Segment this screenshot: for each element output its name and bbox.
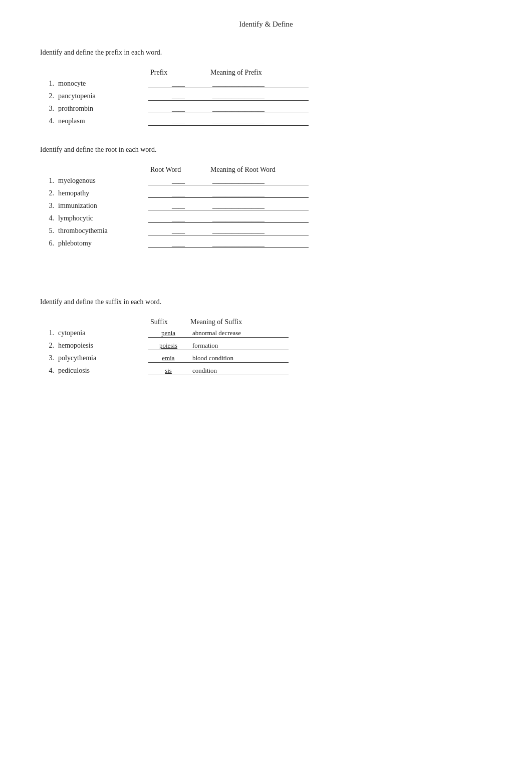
root-col2-header: Meaning of Root Word	[210, 166, 311, 174]
suffix-items-list: 1. cytopenia penia abnormal decrease 2. …	[40, 329, 492, 375]
page-title: Identify & Define	[40, 20, 492, 29]
suffix-item-4: 4. pediculosis sis condition	[40, 367, 492, 375]
root-item-2: 2. hemopathy ____ ________________	[40, 189, 492, 198]
suffix-col2-header: Meaning of Suffix	[190, 318, 291, 326]
root-items-list: 1. myelogenous ____ ________________ 2. …	[40, 177, 492, 248]
prefix-section: Identify and define the prefix in each w…	[40, 49, 492, 126]
root-instruction: Identify and define the root in each wor…	[40, 146, 492, 154]
suffix-instruction: Identify and define the suffix in each w…	[40, 298, 492, 306]
prefix-item-3: 3. prothrombin ____ ________________	[40, 105, 492, 113]
root-item-3: 3. immunization ____ ________________	[40, 202, 492, 210]
root-item-5: 5. thrombocythemia ____ ________________	[40, 227, 492, 235]
root-section: Identify and define the root in each wor…	[40, 146, 492, 248]
root-col1-header: Root Word	[150, 166, 210, 174]
root-column-headers: Root Word Meaning of Root Word	[150, 166, 492, 174]
prefix-instruction: Identify and define the prefix in each w…	[40, 49, 492, 57]
prefix-col1-header: Prefix	[150, 69, 210, 77]
suffix-item-1: 1. cytopenia penia abnormal decrease	[40, 329, 492, 338]
prefix-item-4: 4. neoplasm ____ ________________	[40, 117, 492, 126]
suffix-section: Identify and define the suffix in each w…	[40, 298, 492, 375]
root-item-1: 1. myelogenous ____ ________________	[40, 177, 492, 185]
prefix-item-2: 2. pancytopenia ____ ________________	[40, 92, 492, 101]
suffix-item-3: 3. polycythemia emia blood condition	[40, 354, 492, 363]
prefix-item-1: 1. monocyte ____ ________________	[40, 80, 492, 88]
root-item-4: 4. lymphocytic ____ ________________	[40, 214, 492, 223]
suffix-item-2: 2. hemopoiesis poiesis formation	[40, 342, 492, 350]
prefix-col2-header: Meaning of Prefix	[210, 69, 311, 77]
suffix-col1-header: Suffix	[150, 318, 190, 326]
prefix-items-list: 1. monocyte ____ ________________ 2. pan…	[40, 80, 492, 126]
root-item-6: 6. phlebotomy ____ ________________	[40, 239, 492, 248]
suffix-column-headers: Suffix Meaning of Suffix	[150, 318, 492, 326]
prefix-column-headers: Prefix Meaning of Prefix	[150, 69, 492, 77]
